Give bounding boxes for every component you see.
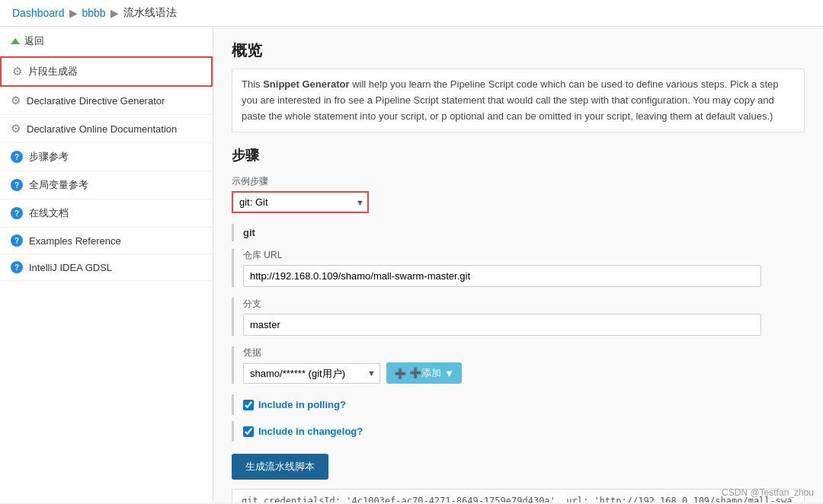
breadcrumb-bbbb[interactable]: bbbb <box>82 7 106 19</box>
back-label: 返回 <box>24 34 44 48</box>
add-credential-button[interactable]: ➕ ➕添加 ▼ <box>386 362 462 384</box>
back-button[interactable]: 返回 <box>0 27 213 56</box>
step-block-git: git <box>232 224 805 241</box>
repo-url-label: 仓库 URL <box>243 249 805 262</box>
step-name-git: git <box>243 224 805 241</box>
gear-icon-2: ⚙ <box>11 94 21 107</box>
repo-url-group: 仓库 URL <box>243 249 805 287</box>
polling-label: Include in polling? <box>258 399 346 410</box>
step-block-repo: 仓库 URL <box>232 249 805 287</box>
add-icon: ➕ <box>394 368 406 379</box>
changelog-checkbox-row: Include in changelog? <box>232 421 805 442</box>
repo-url-input[interactable] <box>243 265 761 287</box>
breadcrumb: Dashboard ▶ bbbb ▶ 流水线语法 <box>0 0 823 27</box>
changelog-label: Include in changelog? <box>258 426 363 437</box>
credential-select-wrap: shamo/****** (git用户) ▼ <box>243 363 380 384</box>
credential-select[interactable]: shamo/****** (git用户) <box>243 363 380 384</box>
branch-label: 分支 <box>243 298 805 311</box>
question-icon-1: ? <box>11 151 23 163</box>
sidebar: 返回 ⚙ 片段生成器 ⚙ Declarative Directive Gener… <box>0 27 213 502</box>
sidebar-label-online-docs: 在线文档 <box>29 206 69 220</box>
sidebar-item-online-docs[interactable]: ? 在线文档 <box>0 199 213 228</box>
sidebar-item-intellij[interactable]: ? IntelliJ IDEA GDSL <box>0 254 213 281</box>
sidebar-label-examples: Examples Reference <box>29 235 121 247</box>
branch-group: 分支 <box>243 298 805 336</box>
breadcrumb-sep-2: ▶ <box>110 7 119 19</box>
changelog-checkbox[interactable] <box>243 426 254 437</box>
sidebar-item-global-vars[interactable]: ? 全局变量参考 <box>0 171 213 199</box>
question-icon-2: ? <box>11 179 23 191</box>
question-icon-3: ? <box>11 207 23 219</box>
sidebar-item-examples[interactable]: ? Examples Reference <box>0 228 213 254</box>
watermark: CSDN @Testfan_zhou <box>722 487 814 498</box>
sample-step-group: 示例步骤 git: Git ▼ <box>232 175 805 213</box>
gear-icon-3: ⚙ <box>11 122 21 136</box>
generate-script-button[interactable]: 生成流水线脚本 <box>232 454 328 480</box>
sidebar-item-snippet-generator[interactable]: ⚙ 片段生成器 <box>0 56 213 87</box>
sidebar-item-step-reference[interactable]: ? 步骤参考 <box>0 143 213 171</box>
polling-checkbox[interactable] <box>243 400 254 410</box>
overview-text: This Snippet Generator will help you lea… <box>232 69 805 132</box>
branch-input[interactable] <box>243 314 761 336</box>
sidebar-label-snippet: 片段生成器 <box>28 65 78 78</box>
credential-row: shamo/****** (git用户) ▼ ➕ ➕添加 ▼ <box>243 362 805 384</box>
back-arrow-icon <box>11 38 20 44</box>
add-dropdown-icon: ▼ <box>444 368 454 379</box>
sample-step-select-wrapper: git: Git ▼ <box>232 191 369 213</box>
polling-checkbox-row: Include in polling? <box>232 394 805 415</box>
overview-pre: This <box>242 78 263 90</box>
step-block-credential: 凭据 shamo/****** (git用户) ▼ ➕ ➕添加 ▼ <box>232 346 805 384</box>
sidebar-item-declarative-docs[interactable]: ⚙ Declarative Online Documentation <box>0 115 213 143</box>
breadcrumb-sep-1: ▶ <box>69 7 78 19</box>
sidebar-label-global-vars: 全局变量参考 <box>29 178 88 192</box>
sample-step-select[interactable]: git: Git <box>232 191 369 213</box>
script-output: git credentialsId: '4c1003ef-ac70-4271-8… <box>232 489 805 502</box>
sidebar-item-declarative-directive[interactable]: ⚙ Declarative Directive Generator <box>0 87 213 115</box>
sidebar-label-docs: Declarative Online Documentation <box>27 123 177 135</box>
overview-bold: Snippet Generator <box>263 78 349 90</box>
gear-icon-1: ⚙ <box>12 65 22 78</box>
sample-step-label: 示例步骤 <box>232 175 805 188</box>
add-label: ➕添加 <box>409 366 441 380</box>
credential-group: 凭据 shamo/****** (git用户) ▼ ➕ ➕添加 ▼ <box>243 346 805 384</box>
breadcrumb-dashboard[interactable]: Dashboard <box>12 7 65 19</box>
sidebar-label-intellij: IntelliJ IDEA GDSL <box>29 262 112 273</box>
breadcrumb-current: 流水线语法 <box>123 6 177 20</box>
question-icon-5: ? <box>11 261 23 273</box>
step-block-branch: 分支 <box>232 298 805 336</box>
question-icon-4: ? <box>11 234 23 247</box>
overview-title: 概览 <box>232 40 805 61</box>
steps-title: 步骤 <box>232 146 805 164</box>
sidebar-label-directive: Declarative Directive Generator <box>27 95 165 107</box>
sidebar-label-step-ref: 步骤参考 <box>29 150 69 164</box>
credential-label: 凭据 <box>243 346 805 359</box>
main-content: 概览 This Snippet Generator will help you … <box>213 27 823 502</box>
